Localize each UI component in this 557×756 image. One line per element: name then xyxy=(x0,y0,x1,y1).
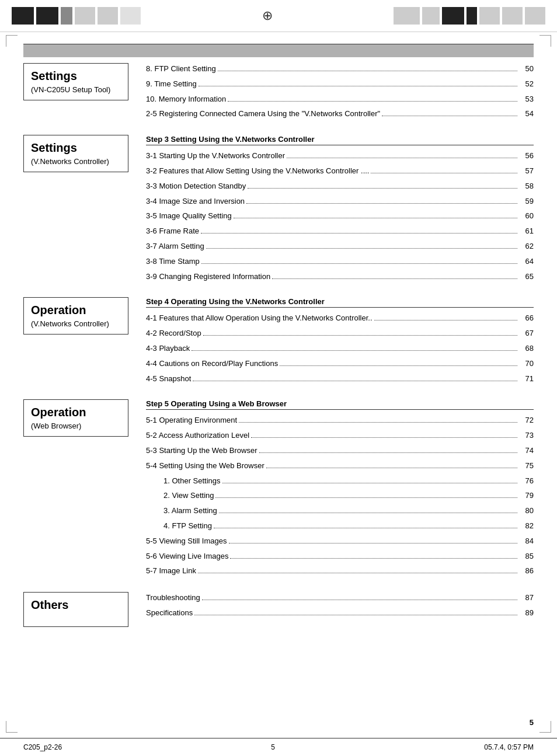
toc-line-settings-vnetworks-1: 3-2 Features that Allow Setting Using th… xyxy=(146,165,534,177)
toc-page-settings-vnc205u-0: 50 xyxy=(519,63,534,75)
toc-line-operation-vnetworks-4: 4-5 Snapshot 71 xyxy=(146,373,534,385)
toc-line-settings-vnetworks-3: 3-4 Image Size and Inversion 59 xyxy=(146,196,534,208)
toc-page-settings-vnc205u-3: 54 xyxy=(519,108,534,120)
toc-line-operation-webbrowser-4: 1. Other Settings 76 xyxy=(146,475,534,487)
toc-page-settings-vnetworks-1: 57 xyxy=(519,165,534,177)
toc-label-operation-vnetworks-4: 4-5 Snapshot xyxy=(146,373,191,385)
header-block-r1 xyxy=(394,7,420,25)
toc-line-operation-webbrowser-9: 5-6 Viewing Live Images 85 xyxy=(146,551,534,563)
toc-filler-operation-webbrowser-10 xyxy=(198,566,517,573)
toc-filler-settings-vnetworks-3 xyxy=(246,196,517,204)
toc-line-settings-vnetworks-2: 3-3 Motion Detection Standby 58 xyxy=(146,180,534,193)
toc-area-settings-vnc205u: 8. FTP Client Setting 509. Time Setting … xyxy=(146,63,534,123)
toc-line-operation-webbrowser-5: 2. View Setting 79 xyxy=(146,490,534,502)
toc-page-operation-vnetworks-3: 70 xyxy=(519,358,534,370)
toc-line-operation-webbrowser-2: 5-3 Starting Up the Web Browser 74 xyxy=(146,445,534,457)
toc-line-operation-webbrowser-10: 5-7 Image Link 86 xyxy=(146,565,534,577)
toc-line-settings-vnetworks-8: 3-9 Changing Registered Information 65 xyxy=(146,271,534,283)
section-row-others: OthersTroubleshooting 87Specifications 8… xyxy=(23,592,534,627)
toc-page-settings-vnetworks-2: 58 xyxy=(519,180,534,193)
sidebar-box-operation-webbrowser: Operation(Web Browser) xyxy=(23,399,128,437)
toc-line-others-0: Troubleshooting 87 xyxy=(146,592,534,604)
toc-filler-settings-vnc205u-2 xyxy=(228,94,517,102)
toc-page-operation-webbrowser-4: 76 xyxy=(519,475,534,487)
toc-page-settings-vnetworks-7: 64 xyxy=(519,256,534,268)
toc-filler-operation-vnetworks-2 xyxy=(192,343,517,351)
header-block-r5 xyxy=(479,7,500,25)
sidebar-box-operation-vnetworks: Operation(V.Networks Controller) xyxy=(23,297,128,335)
toc-label-settings-vnetworks-0: 3-1 Starting Up the V.Networks Controlle… xyxy=(146,150,285,162)
toc-label-operation-vnetworks-3: 4-4 Cautions on Record/Play Functions xyxy=(146,358,278,370)
toc-filler-operation-webbrowser-9 xyxy=(230,551,517,559)
toc-label-others-1: Specifications xyxy=(146,607,193,619)
toc-line-settings-vnetworks-5: 3-6 Frame Rate 61 xyxy=(146,225,534,238)
page-number: 5 xyxy=(530,718,534,727)
toc-page-operation-webbrowser-5: 79 xyxy=(519,490,534,502)
toc-line-operation-webbrowser-1: 5-2 Access Authorization Level 73 xyxy=(146,430,534,442)
toc-label-operation-vnetworks-1: 4-2 Record/Stop xyxy=(146,328,201,340)
toc-page-settings-vnetworks-8: 65 xyxy=(519,271,534,283)
toc-area-operation-webbrowser: Step 5 Operating Using a Web Browser5-1 … xyxy=(146,399,534,580)
toc-label-settings-vnetworks-5: 3-6 Frame Rate xyxy=(146,225,199,238)
footer-left: C205_p2-26 xyxy=(23,743,62,751)
sidebar-title-operation-webbrowser: Operation xyxy=(31,406,121,419)
toc-label-operation-webbrowser-8: 5-5 Viewing Still Images xyxy=(146,535,227,548)
toc-filler-operation-vnetworks-4 xyxy=(193,374,517,381)
header-block-5 xyxy=(98,7,118,25)
sidebar-subtitle-settings-vnc205u: (VN-C205U Setup Tool) xyxy=(31,85,121,94)
toc-page-settings-vnc205u-2: 53 xyxy=(519,93,534,106)
toc-line-others-1: Specifications 89 xyxy=(146,607,534,619)
section-row-operation-webbrowser: Operation(Web Browser)Step 5 Operating U… xyxy=(23,399,534,580)
header-block-r3 xyxy=(442,7,464,25)
toc-filler-operation-vnetworks-1 xyxy=(203,328,517,336)
header-block-6 xyxy=(120,7,141,25)
toc-line-operation-vnetworks-2: 4-3 Playback 68 xyxy=(146,343,534,355)
toc-area-others: Troubleshooting 87Specifications 89 xyxy=(146,592,534,622)
toc-page-operation-webbrowser-7: 82 xyxy=(519,520,534,532)
toc-filler-operation-webbrowser-4 xyxy=(222,476,517,483)
sidebar-title-settings-vnc205u: Settings xyxy=(31,69,121,83)
header-block-3 xyxy=(61,7,72,25)
toc-label-settings-vnetworks-2: 3-3 Motion Detection Standby xyxy=(146,180,246,193)
header-block-4 xyxy=(75,7,95,25)
toc-filler-settings-vnetworks-2 xyxy=(248,181,517,189)
toc-line-settings-vnc205u-0: 8. FTP Client Setting 50 xyxy=(146,63,534,75)
toc-line-operation-vnetworks-0: 4-1 Features that Allow Operation Using … xyxy=(146,312,534,325)
toc-filler-others-0 xyxy=(202,593,517,600)
header-block-1 xyxy=(12,7,34,25)
toc-label-settings-vnc205u-1: 9. Time Setting xyxy=(146,78,197,90)
toc-page-settings-vnc205u-1: 52 xyxy=(519,78,534,90)
toc-label-operation-vnetworks-2: 4-3 Playback xyxy=(146,343,190,355)
toc-page-others-0: 87 xyxy=(519,592,534,604)
section-row-settings-vnc205u: Settings(VN-C205U Setup Tool)8. FTP Clie… xyxy=(23,63,534,123)
toc-page-operation-webbrowser-10: 86 xyxy=(519,565,534,577)
toc-page-operation-webbrowser-0: 72 xyxy=(519,414,534,427)
toc-area-operation-vnetworks: Step 4 Operating Using the V.Networks Co… xyxy=(146,297,534,388)
footer-center: 5 xyxy=(271,743,275,751)
step-header-operation-vnetworks: Step 4 Operating Using the V.Networks Co… xyxy=(146,297,534,308)
toc-label-operation-webbrowser-10: 5-7 Image Link xyxy=(146,565,196,577)
toc-page-operation-vnetworks-2: 68 xyxy=(519,343,534,355)
toc-filler-operation-webbrowser-5 xyxy=(215,490,517,498)
toc-label-settings-vnetworks-1: 3-2 Features that Allow Setting Using th… xyxy=(146,165,369,177)
sections-container: Settings(VN-C205U Setup Tool)8. FTP Clie… xyxy=(23,63,534,627)
toc-line-settings-vnetworks-6: 3-7 Alarm Setting 62 xyxy=(146,241,534,253)
toc-page-operation-webbrowser-2: 74 xyxy=(519,445,534,457)
toc-label-operation-webbrowser-7: 4. FTP Setting xyxy=(163,520,212,532)
toc-label-operation-webbrowser-4: 1. Other Settings xyxy=(163,475,221,487)
toc-filler-settings-vnetworks-1 xyxy=(371,166,517,173)
step-header-settings-vnetworks: Step 3 Setting Using the V.Networks Cont… xyxy=(146,135,534,145)
step-header-operation-webbrowser: Step 5 Operating Using a Web Browser xyxy=(146,399,534,410)
toc-page-operation-webbrowser-1: 73 xyxy=(519,430,534,442)
toc-page-operation-vnetworks-1: 67 xyxy=(519,328,534,340)
toc-page-operation-webbrowser-9: 85 xyxy=(519,551,534,563)
toc-label-settings-vnc205u-0: 8. FTP Client Setting xyxy=(146,63,216,75)
sidebar-box-settings-vnc205u: Settings(VN-C205U Setup Tool) xyxy=(23,63,128,100)
main-content: Settings(VN-C205U Setup Tool)8. FTP Clie… xyxy=(0,32,557,650)
toc-line-settings-vnetworks-4: 3-5 Image Quality Setting 60 xyxy=(146,210,534,222)
toc-page-operation-vnetworks-4: 71 xyxy=(519,373,534,385)
sidebar-box-others: Others xyxy=(23,592,128,627)
toc-filler-others-1 xyxy=(194,608,517,615)
sidebar-title-settings-vnetworks: Settings xyxy=(31,141,121,155)
toc-line-operation-webbrowser-6: 3. Alarm Setting 80 xyxy=(146,505,534,517)
